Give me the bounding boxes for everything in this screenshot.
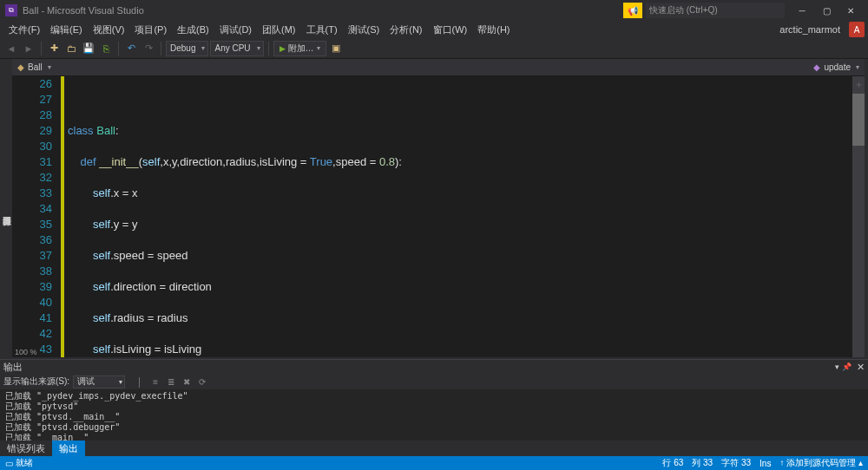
- scrollbar-thumb[interactable]: [852, 94, 865, 146]
- output-source-select[interactable]: 调试: [73, 375, 125, 388]
- menu-debug[interactable]: 调试(D): [214, 22, 257, 38]
- window-title: Ball - Microsoft Visual Studio: [23, 5, 623, 16]
- status-line[interactable]: 行 63: [662, 457, 683, 469]
- menu-window[interactable]: 窗口(W): [428, 22, 473, 38]
- class-nav-dropdown[interactable]: ◆Ball▾: [14, 62, 55, 73]
- tab-output[interactable]: 输出: [52, 441, 85, 457]
- editor-scrollbar[interactable]: [852, 76, 865, 357]
- code-content[interactable]: class Ball: def __init__(self,x,y,direct…: [64, 76, 865, 357]
- notification-icon[interactable]: 📢: [623, 3, 642, 18]
- menubar: 文件(F) 编辑(E) 视图(V) 项目(P) 生成(B) 调试(D) 团队(M…: [0, 21, 868, 38]
- save-all-button[interactable]: ⎘: [98, 41, 114, 56]
- output-panel: 输出 ▾ 📌 ✕ 显示输出来源(S): 调试 │ ≡ ≣ ✖ ⟳ 已加载 "_p…: [0, 359, 868, 456]
- output-toolbar: 显示输出来源(S): 调试 │ ≡ ≣ ✖ ⟳: [0, 374, 868, 389]
- status-scm[interactable]: ↑ 添加到源代码管理 ▴: [779, 457, 863, 469]
- status-ins[interactable]: Ins: [760, 459, 771, 468]
- statusbar: ▭就绪 行 63 列 33 字符 33 Ins ↑ 添加到源代码管理 ▴: [0, 456, 868, 470]
- minimize-button[interactable]: ─: [790, 2, 814, 19]
- open-button[interactable]: 🗀: [63, 41, 79, 56]
- menu-view[interactable]: 视图(V): [88, 22, 130, 38]
- toolbar-extra-icon[interactable]: ▣: [328, 41, 344, 56]
- line-gutter: 2627282930313233343536373839404142434445: [12, 76, 61, 357]
- vs-logo-icon: ⧉: [5, 4, 17, 16]
- output-title-bar: 输出 ▾ 📌 ✕: [0, 360, 868, 374]
- redo-button[interactable]: ↷: [141, 41, 156, 56]
- tab-error-list[interactable]: 错误列表: [0, 441, 52, 457]
- output-clear-icon[interactable]: ✖: [181, 375, 193, 388]
- class-icon: ◆: [17, 62, 24, 72]
- output-tabs: 错误列表 输出: [0, 441, 868, 456]
- menu-tools[interactable]: 工具(T): [301, 22, 343, 38]
- nav-bar: ◆Ball▾ ◆update▾: [12, 59, 865, 76]
- titlebar: ⧉ Ball - Microsoft Visual Studio 📢 快速启动 …: [0, 0, 868, 21]
- code-editor[interactable]: 2627282930313233343536373839404142434445…: [12, 76, 865, 357]
- output-pin-icon[interactable]: ▾ 📌: [835, 362, 852, 371]
- play-icon: ▶: [279, 44, 286, 53]
- new-project-button[interactable]: ✚: [46, 41, 62, 56]
- nav-back-button[interactable]: ◄: [3, 41, 19, 56]
- output-find-icon[interactable]: ≡: [149, 375, 161, 388]
- output-close-icon[interactable]: ✕: [857, 362, 865, 373]
- output-lock-icon[interactable]: ⟳: [196, 375, 208, 388]
- status-icon: ▭: [5, 459, 13, 468]
- save-button[interactable]: 💾: [81, 41, 96, 56]
- status-ready: ▭就绪: [5, 457, 33, 469]
- status-char[interactable]: 字符 33: [721, 457, 751, 469]
- user-name[interactable]: arctic_marmot: [774, 23, 845, 36]
- nav-fwd-button[interactable]: ►: [21, 41, 36, 56]
- close-button[interactable]: ✕: [838, 2, 863, 19]
- undo-button[interactable]: ↶: [123, 41, 139, 56]
- user-avatar[interactable]: A: [849, 22, 865, 37]
- menu-build[interactable]: 生成(B): [172, 22, 214, 38]
- method-icon: ◆: [813, 62, 820, 72]
- menu-analyze[interactable]: 分析(N): [385, 22, 427, 38]
- output-source-label: 显示输出来源(S):: [3, 375, 69, 388]
- member-nav-dropdown[interactable]: ◆update▾: [810, 62, 863, 73]
- attach-button[interactable]: ▶附加…▾: [273, 41, 326, 56]
- config-select[interactable]: Debug: [166, 41, 208, 56]
- menu-file[interactable]: 文件(F): [3, 22, 45, 38]
- menu-project[interactable]: 项目(P): [129, 22, 172, 38]
- menu-help[interactable]: 帮助(H): [472, 22, 515, 38]
- menu-team[interactable]: 团队(M): [257, 22, 301, 38]
- toolbar: ◄ ► ✚ 🗀 💾 ⎘ ↶ ↷ Debug Any CPU ▶附加…▾ ▣: [0, 38, 868, 59]
- output-body[interactable]: 已加载 "_pydev_imps._pydev_execfile" 已加载 "p…: [0, 389, 868, 441]
- output-wrap-icon[interactable]: ≣: [165, 375, 177, 388]
- output-tool-icon[interactable]: │: [134, 375, 146, 388]
- left-tool-tabs: 服务器资源管理器 工具箱: [0, 59, 12, 357]
- zoom-level[interactable]: 100 %: [12, 347, 40, 357]
- status-col[interactable]: 列 33: [692, 457, 713, 469]
- platform-select[interactable]: Any CPU: [210, 41, 263, 56]
- menu-edit[interactable]: 编辑(E): [45, 22, 88, 38]
- output-title: 输出: [3, 361, 23, 374]
- quick-launch-input[interactable]: 快速启动 (Ctrl+Q): [646, 3, 785, 18]
- maximize-button[interactable]: ▢: [814, 2, 838, 19]
- split-editor-icon[interactable]: ＋: [854, 78, 864, 91]
- menu-test[interactable]: 测试(S): [343, 22, 385, 38]
